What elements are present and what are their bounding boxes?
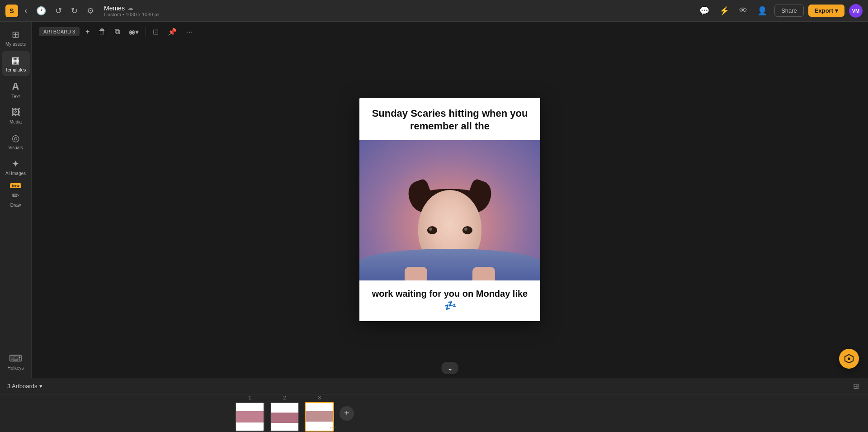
- toolbar-separator: [146, 27, 146, 36]
- text-icon: A: [12, 81, 19, 92]
- sidebar-item-label: Templates: [5, 67, 26, 72]
- meme-image: [359, 140, 540, 280]
- my-assets-icon: ⊞: [12, 29, 19, 40]
- floating-icon: [844, 354, 854, 364]
- meme-bottom-text-line: work waiting for you on Monday like: [370, 288, 529, 299]
- cloud-icon: ☁: [127, 5, 133, 11]
- media-icon: 🖼: [11, 107, 20, 118]
- export-chevron: ▾: [835, 7, 838, 14]
- undo-button[interactable]: ↺: [52, 4, 65, 18]
- hand-left: [405, 267, 427, 280]
- fill-button[interactable]: ◉ ▾: [126, 25, 142, 38]
- canvas-area: ARTBOARD 3 + 🗑 ⧉ ◉ ▾ ⊡ 📌 ⋯ Sunday Scarie…: [32, 22, 868, 378]
- thumbnail-3-options[interactable]: ⋯: [328, 423, 338, 432]
- collapse-handle[interactable]: ⌄: [442, 362, 458, 374]
- visuals-icon: ◎: [12, 133, 19, 143]
- chat-button[interactable]: 💬: [697, 3, 712, 19]
- meme-bottom-text[interactable]: work waiting for you on Monday like 💤: [359, 280, 540, 322]
- sidebar-item-label: AI Images: [5, 171, 26, 176]
- sidebar-item-label: My assets: [5, 42, 26, 47]
- meme-card: Sunday Scaries hitting when you remember…: [359, 98, 540, 322]
- delete-artboard-button[interactable]: 🗑: [95, 25, 109, 38]
- thumbnail-number-1: 1: [248, 395, 251, 400]
- thumbnail-frame-1[interactable]: [235, 402, 264, 432]
- hotkeys-icon: ⌨: [9, 353, 22, 364]
- share-button[interactable]: Share: [774, 5, 804, 17]
- history-button[interactable]: 🕐: [33, 4, 49, 18]
- doc-subtitle: Custom • 1080 x 1080 px: [104, 12, 160, 17]
- eyes: [427, 226, 472, 234]
- collapse-icon: ⌄: [447, 364, 453, 372]
- sidebar-item-media[interactable]: 🖼 Media: [2, 104, 30, 128]
- thumbnail-inner-1: [236, 403, 264, 431]
- draw-icon: ✏: [12, 190, 19, 201]
- fill-chevron: ▾: [135, 28, 139, 36]
- thumbnail-2[interactable]: 2: [270, 395, 299, 432]
- add-artboard-thumbnail-button[interactable]: +: [340, 406, 354, 421]
- sidebar-item-label: Draw: [10, 203, 21, 208]
- user-button[interactable]: 👤: [755, 3, 770, 19]
- bottom-bar-header: 3 Artboards ▾ ⊞: [0, 378, 868, 394]
- bolt-button[interactable]: ⚡: [717, 3, 732, 19]
- sidebar-item-text[interactable]: A Text: [2, 77, 30, 103]
- thumbnail-number-3: 3: [318, 395, 321, 400]
- hands: [405, 267, 495, 280]
- toolbar-right: 💬 ⚡ 👁 👤 Share Export ▾ VM: [697, 3, 863, 19]
- export-button[interactable]: Export ▾: [808, 5, 844, 17]
- top-toolbar: S ‹ 🕐 ↺ ↻ ⚙ Memes ☁ Custom • 1080 x 1080…: [0, 0, 868, 22]
- sidebar-item-templates[interactable]: ▦ Templates: [2, 51, 30, 76]
- doc-title-area: Memes ☁ Custom • 1080 x 1080 px: [104, 5, 160, 17]
- main-layout: ⊞ My assets ▦ Templates A Text 🖼 Media ◎…: [0, 22, 868, 378]
- sidebar-item-label: Media: [9, 119, 22, 124]
- sidebar-item-label: Hotkeys: [7, 366, 24, 370]
- ai-images-icon: ✦: [12, 158, 19, 169]
- sidebar-item-ai-images[interactable]: ✦ AI Images: [2, 155, 30, 180]
- eye-left: [427, 226, 437, 234]
- resize-button[interactable]: ⊡: [150, 25, 162, 38]
- doc-title: Memes ☁: [104, 5, 160, 12]
- templates-icon: ▦: [11, 55, 20, 66]
- left-sidebar: ⊞ My assets ▦ Templates A Text 🖼 Media ◎…: [0, 22, 32, 378]
- thumbnail-inner-2: [271, 403, 298, 431]
- artboards-label[interactable]: 3 Artboards ▾: [7, 383, 42, 389]
- artboard-label: ARTBOARD 3: [39, 27, 80, 36]
- export-label: Export: [815, 7, 833, 14]
- meme-emoji: 💤: [370, 299, 529, 313]
- thumbnail-frame-2[interactable]: [270, 402, 299, 432]
- sidebar-item-visuals[interactable]: ◎ Visuals: [2, 129, 30, 154]
- sidebar-item-label: Visuals: [8, 145, 23, 150]
- sidebar-bottom: ⌨ Hotkeys: [2, 349, 30, 374]
- sidebar-item-my-assets[interactable]: ⊞ My assets: [2, 25, 30, 50]
- thumbnail-3[interactable]: 3 ⋯: [305, 395, 334, 432]
- artboards-chevron: ▾: [39, 383, 42, 389]
- avatar-button[interactable]: VM: [849, 4, 863, 18]
- grid-view-button[interactable]: ⊞: [851, 380, 861, 392]
- copy-artboard-button[interactable]: ⧉: [112, 25, 123, 38]
- canvas-scroll[interactable]: Sunday Scaries hitting when you remember…: [32, 42, 868, 378]
- hand-right: [472, 267, 495, 280]
- add-artboard-button[interactable]: +: [82, 25, 93, 38]
- meme-top-text[interactable]: Sunday Scaries hitting when you remember…: [359, 98, 540, 140]
- redo-button[interactable]: ↻: [68, 4, 80, 18]
- sidebar-item-hotkeys[interactable]: ⌨ Hotkeys: [2, 349, 30, 374]
- preview-button[interactable]: 👁: [736, 3, 750, 18]
- more-options-button[interactable]: ⋯: [183, 25, 196, 38]
- sidebar-item-draw[interactable]: New ✏ Draw: [2, 180, 30, 211]
- back-button[interactable]: ‹: [22, 4, 30, 17]
- eye-right: [462, 226, 472, 234]
- sidebar-item-label: Text: [11, 94, 19, 99]
- artboard-toolbar: ARTBOARD 3 + 🗑 ⧉ ◉ ▾ ⊡ 📌 ⋯: [32, 22, 868, 42]
- thumbnail-1[interactable]: 1: [235, 395, 264, 432]
- artboards-count: 3 Artboards: [7, 383, 38, 389]
- settings-button[interactable]: ⚙: [84, 4, 97, 18]
- thumbnails-row: 1 2 3 ⋯ +: [0, 394, 868, 432]
- svg-point-1: [848, 357, 850, 360]
- doc-title-text: Memes: [104, 5, 125, 12]
- pin-button[interactable]: 📌: [165, 25, 180, 38]
- thumbnail-number-2: 2: [283, 395, 286, 400]
- floating-action-button[interactable]: [839, 349, 859, 369]
- bottom-bar: 3 Artboards ▾ ⊞ 1 2 3 ⋯ +: [0, 378, 868, 432]
- app-logo[interactable]: S: [5, 5, 18, 17]
- new-badge: New: [10, 183, 21, 188]
- fill-icon: ◉: [129, 28, 135, 36]
